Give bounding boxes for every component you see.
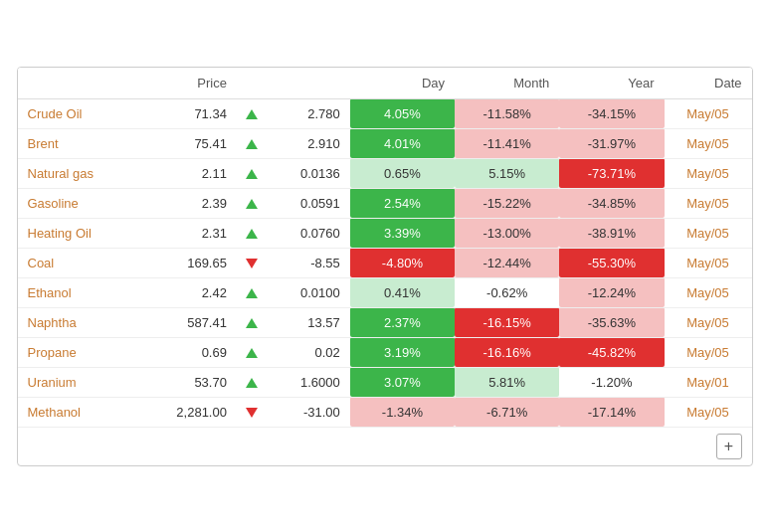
arrow-up-icon: [246, 139, 258, 149]
cell-name: Heating Oil: [18, 218, 138, 248]
cell-arrow: [237, 188, 267, 218]
cell-date: May/01: [665, 367, 752, 397]
cell-price: 169.65: [138, 248, 237, 277]
cell-change: 0.02: [267, 337, 350, 367]
cell-year: -12.24%: [559, 277, 664, 307]
cell-name: Gasoline: [18, 188, 138, 218]
table-row: Brent 75.41 2.910 4.01% -11.41% -31.97% …: [18, 128, 752, 158]
commodities-table-container: Price Day Month Year Date Crude Oil 71.3…: [17, 67, 753, 466]
col-header-year: Year: [559, 68, 664, 99]
cell-date: May/05: [665, 188, 752, 218]
cell-year: -1.20%: [559, 367, 664, 397]
cell-price: 2.39: [138, 188, 237, 218]
cell-day: 3.07%: [350, 367, 455, 397]
cell-day: 0.41%: [350, 277, 455, 307]
cell-date: May/05: [665, 397, 752, 427]
cell-month: -16.15%: [455, 307, 559, 337]
cell-month: -6.71%: [455, 397, 559, 427]
cell-date: May/05: [665, 98, 752, 128]
cell-year: -45.82%: [559, 337, 664, 367]
arrow-up-icon: [246, 229, 258, 239]
cell-year: -38.91%: [559, 218, 664, 248]
cell-price: 2.31: [138, 218, 237, 248]
cell-date: May/05: [665, 337, 752, 367]
cell-name: Coal: [18, 248, 138, 277]
col-header-month: Month: [455, 68, 559, 99]
table-row: Propane 0.69 0.02 3.19% -16.16% -45.82% …: [18, 337, 752, 367]
col-header-name: [18, 68, 138, 99]
cell-year: -34.85%: [559, 188, 664, 218]
add-row: +: [18, 427, 752, 465]
table-row: Ethanol 2.42 0.0100 0.41% -0.62% -12.24%…: [18, 277, 752, 307]
cell-arrow: [237, 218, 267, 248]
cell-change: 0.0100: [267, 277, 350, 307]
table-row: Coal 169.65 -8.55 -4.80% -12.44% -55.30%…: [18, 248, 752, 277]
cell-arrow: [237, 248, 267, 277]
col-header-day: Day: [350, 68, 455, 99]
cell-name: Ethanol: [18, 277, 138, 307]
cell-arrow: [237, 98, 267, 128]
cell-arrow: [237, 307, 267, 337]
cell-date: May/05: [665, 248, 752, 277]
cell-year: -31.97%: [559, 128, 664, 158]
cell-day: 4.01%: [350, 128, 455, 158]
cell-name: Crude Oil: [18, 98, 138, 128]
cell-month: -11.58%: [455, 98, 559, 128]
cell-arrow: [237, 337, 267, 367]
cell-month: 5.81%: [455, 367, 559, 397]
col-header-change: [267, 68, 350, 99]
cell-day: 2.37%: [350, 307, 455, 337]
cell-change: -8.55: [267, 248, 350, 277]
cell-price: 2.42: [138, 277, 237, 307]
table-row: Gasoline 2.39 0.0591 2.54% -15.22% -34.8…: [18, 188, 752, 218]
cell-month: -15.22%: [455, 188, 559, 218]
cell-name: Propane: [18, 337, 138, 367]
cell-change: 2.780: [267, 98, 350, 128]
cell-name: Uranium: [18, 367, 138, 397]
table-row: Heating Oil 2.31 0.0760 3.39% -13.00% -3…: [18, 218, 752, 248]
cell-date: May/05: [665, 277, 752, 307]
cell-date: May/05: [665, 128, 752, 158]
cell-change: 0.0136: [267, 158, 350, 188]
cell-date: May/05: [665, 158, 752, 188]
cell-date: May/05: [665, 307, 752, 337]
cell-month: -12.44%: [455, 248, 559, 277]
cell-name: Naphtha: [18, 307, 138, 337]
arrow-up-icon: [246, 169, 258, 179]
arrow-up-icon: [246, 109, 258, 119]
cell-change: 1.6000: [267, 367, 350, 397]
cell-arrow: [237, 158, 267, 188]
cell-month: -13.00%: [455, 218, 559, 248]
table-row: Naphtha 587.41 13.57 2.37% -16.15% -35.6…: [18, 307, 752, 337]
cell-price: 71.34: [138, 98, 237, 128]
cell-price: 0.69: [138, 337, 237, 367]
cell-arrow: [237, 367, 267, 397]
cell-day: 2.54%: [350, 188, 455, 218]
cell-day: 3.39%: [350, 218, 455, 248]
cell-price: 2.11: [138, 158, 237, 188]
cell-change: -31.00: [267, 397, 350, 427]
cell-year: -35.63%: [559, 307, 664, 337]
cell-year: -34.15%: [559, 98, 664, 128]
cell-change: 0.0591: [267, 188, 350, 218]
col-header-arrow: [237, 68, 267, 99]
cell-year: -17.14%: [559, 397, 664, 427]
cell-year: -73.71%: [559, 158, 664, 188]
commodities-table: Price Day Month Year Date Crude Oil 71.3…: [18, 68, 752, 465]
add-commodity-button[interactable]: +: [716, 434, 742, 459]
cell-day: -1.34%: [350, 397, 455, 427]
cell-year: -55.30%: [559, 248, 664, 277]
cell-change: 13.57: [267, 307, 350, 337]
cell-price: 53.70: [138, 367, 237, 397]
cell-price: 587.41: [138, 307, 237, 337]
arrow-up-icon: [246, 199, 258, 209]
col-header-price: Price: [138, 68, 237, 99]
table-row: Uranium 53.70 1.6000 3.07% 5.81% -1.20% …: [18, 367, 752, 397]
cell-day: 3.19%: [350, 337, 455, 367]
cell-month: -16.16%: [455, 337, 559, 367]
cell-name: Brent: [18, 128, 138, 158]
cell-month: 5.15%: [455, 158, 559, 188]
cell-price: 2,281.00: [138, 397, 237, 427]
arrow-up-icon: [246, 348, 258, 358]
cell-date: May/05: [665, 218, 752, 248]
